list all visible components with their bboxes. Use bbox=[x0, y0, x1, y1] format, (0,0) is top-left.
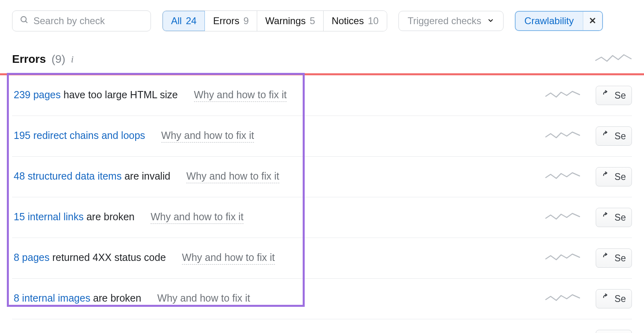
issue-text: 48 structured data items are invalidWhy … bbox=[12, 170, 279, 183]
issue-text: 8 internal images are brokenWhy and how … bbox=[12, 292, 250, 305]
issues-list: 239 pages have too large HTML sizeWhy an… bbox=[12, 75, 632, 333]
close-icon: ✕ bbox=[589, 16, 596, 26]
issue-link[interactable]: 8 internal images bbox=[14, 292, 90, 304]
filter-toolbar: Search by check All 24 Errors 9 Warnings… bbox=[12, 10, 632, 31]
issue-row: 8 pages returned 4XX status codeWhy and … bbox=[12, 238, 632, 279]
why-how-fix-link[interactable]: Why and how to fix it bbox=[151, 211, 244, 224]
info-icon[interactable]: i bbox=[71, 54, 74, 65]
issue-row: 195 redirect chains and loopsWhy and how… bbox=[12, 116, 632, 157]
filter-chip-crawlability: Crawlability ✕ bbox=[515, 11, 603, 31]
share-arrow-icon bbox=[602, 212, 611, 223]
issue-text: 195 redirect chains and loopsWhy and how… bbox=[12, 130, 254, 143]
section-title: Errors bbox=[12, 53, 46, 66]
issue-link[interactable]: 15 internal links bbox=[14, 211, 84, 222]
share-arrow-icon bbox=[602, 293, 611, 304]
issue-row: 8 internal images are brokenWhy and how … bbox=[12, 279, 632, 319]
why-how-fix-link[interactable]: Why and how to fix it bbox=[194, 89, 287, 102]
issue-text: 239 pages have too large HTML sizeWhy an… bbox=[12, 89, 287, 102]
issue-text: 8 pages returned 4XX status codeWhy and … bbox=[12, 252, 275, 265]
tab-errors[interactable]: Errors 9 bbox=[205, 11, 257, 31]
sparkline-icon bbox=[545, 292, 580, 305]
issue-description: returned 4XX status code bbox=[50, 252, 166, 263]
sparkline-icon bbox=[545, 130, 580, 143]
send-button[interactable]: Se bbox=[596, 126, 632, 146]
send-button[interactable]: Se bbox=[596, 248, 632, 268]
share-arrow-icon bbox=[602, 90, 611, 101]
sparkline-icon bbox=[545, 211, 580, 224]
issue-description: are broken bbox=[90, 292, 141, 304]
chevron-down-icon bbox=[487, 15, 494, 27]
share-arrow-icon bbox=[602, 171, 611, 182]
why-how-fix-link[interactable]: Why and how to fix it bbox=[161, 130, 254, 143]
category-tabs: All 24 Errors 9 Warnings 5 Notices 10 bbox=[162, 10, 387, 31]
issue-link[interactable]: 195 redirect chains and loops bbox=[14, 130, 145, 141]
sparkline-icon bbox=[545, 170, 580, 183]
search-placeholder: Search by check bbox=[33, 15, 105, 27]
tab-notices[interactable]: Notices 10 bbox=[324, 11, 387, 31]
issue-row: 1 page couldn't be crawledWhy and how to… bbox=[12, 319, 632, 333]
tab-all[interactable]: All 24 bbox=[162, 10, 205, 31]
search-icon bbox=[20, 15, 29, 27]
issue-description: have too large HTML size bbox=[61, 89, 178, 100]
svg-line-1 bbox=[25, 21, 27, 23]
send-button[interactable]: Se bbox=[596, 208, 632, 227]
issue-link[interactable]: 48 structured data items bbox=[14, 170, 122, 182]
section-header: Errors (9) i bbox=[12, 52, 632, 66]
filter-chip-label[interactable]: Crawlability bbox=[516, 12, 583, 30]
issue-description: are broken bbox=[84, 211, 134, 222]
issue-text: 15 internal links are brokenWhy and how … bbox=[12, 211, 244, 224]
tab-warnings[interactable]: Warnings 5 bbox=[257, 11, 324, 31]
send-button[interactable]: Se bbox=[596, 167, 632, 186]
why-how-fix-link[interactable]: Why and how to fix it bbox=[157, 292, 250, 305]
search-input[interactable]: Search by check bbox=[12, 10, 151, 31]
issue-row: 15 internal links are brokenWhy and how … bbox=[12, 197, 632, 238]
filter-chip-remove[interactable]: ✕ bbox=[583, 12, 602, 30]
sparkline-icon bbox=[545, 89, 580, 102]
issue-link[interactable]: 8 pages bbox=[14, 252, 50, 263]
section-count: (9) bbox=[52, 53, 65, 66]
issue-row: 48 structured data items are invalidWhy … bbox=[12, 157, 632, 197]
issue-link[interactable]: 239 pages bbox=[14, 89, 61, 100]
send-button[interactable]: Se bbox=[596, 289, 632, 308]
share-arrow-icon bbox=[602, 130, 611, 142]
share-arrow-icon bbox=[602, 252, 611, 264]
why-how-fix-link[interactable]: Why and how to fix it bbox=[182, 252, 275, 265]
why-how-fix-link[interactable]: Why and how to fix it bbox=[186, 170, 279, 183]
send-button[interactable]: Se bbox=[596, 330, 632, 333]
sparkline-icon bbox=[595, 52, 632, 66]
triggered-checks-dropdown[interactable]: Triggered checks bbox=[398, 11, 504, 31]
sparkline-icon bbox=[545, 252, 580, 265]
issue-description: are invalid bbox=[122, 170, 170, 182]
issue-row: 239 pages have too large HTML sizeWhy an… bbox=[12, 75, 632, 116]
send-button[interactable]: Se bbox=[596, 86, 632, 105]
